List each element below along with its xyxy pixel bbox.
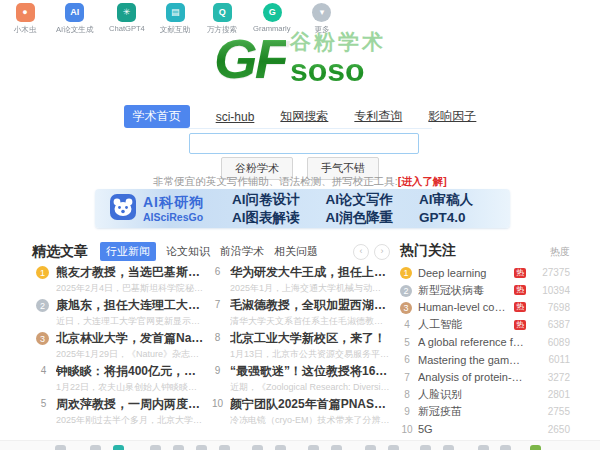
promo-link[interactable]: [进入了解]	[398, 175, 447, 187]
hot-item-title: Deep learning	[418, 267, 510, 279]
hot-item[interactable]: 3Human-level control through de...热7698	[400, 299, 570, 316]
footer-icon-stub	[365, 445, 376, 450]
hot-item-title: 人脸识别	[418, 387, 526, 402]
article-summary: 1月13日，北京市公共资源交易服务平台发布《北京工业...	[230, 348, 390, 361]
hot-item[interactable]: 1Deep learning热27375	[400, 264, 570, 281]
footer-icon-stub	[90, 445, 101, 450]
footer-icon-stub	[219, 445, 230, 450]
banner-feature-label: GPT4.0	[419, 209, 473, 227]
hot-badge: 热	[514, 302, 526, 312]
nav-tab-3[interactable]: 知网搜索	[280, 105, 328, 128]
hot-count: 6011	[532, 354, 570, 365]
article-title: 钟睒睒：将捐400亿元，创办一所...	[56, 364, 204, 378]
article-body: 周欢萍教授，一周内两度发Science2025年刚过去半个多月，北京大学周欢萍教…	[56, 397, 204, 427]
article-item[interactable]: 7毛淑德教授，全职加盟西湖大学！清华大学天文系首任系主任毛淑德教授，已于2025…	[210, 298, 390, 331]
articles-header: 精选文章 行业新闻论文知识前沿学术相关问题 ‹ ›	[32, 242, 390, 261]
search-input[interactable]	[189, 133, 419, 154]
footer-icon-stub	[252, 445, 263, 450]
footer-icon-stub	[331, 445, 342, 450]
hot-title: 热门关注	[400, 242, 456, 260]
article-item[interactable]: 10颜宁团队2025年首篇PNAS：开启...冷冻电镜（cryo-EM）技术带来…	[210, 397, 390, 430]
promo-line: 非常便宜的英文写作辅助、语法检测、拼写校正工具:[进入了解]	[0, 175, 600, 189]
article-title: 毛淑德教授，全职加盟西湖大学！	[230, 298, 390, 312]
hot-item-title: 新型冠状病毒	[418, 283, 510, 298]
banner-feature-label: AI润色降重	[326, 209, 394, 227]
article-body: 北京林业大学，发首篇Nature2025年1月29日，《Nature》杂志在线发…	[56, 331, 204, 361]
articles-tab-2[interactable]: 论文知识	[166, 244, 210, 259]
article-item[interactable]: 3北京林业大学，发首篇Nature2025年1月29日，《Nature》杂志在线…	[36, 331, 204, 364]
hot-item[interactable]: 2新型冠状病毒热10394	[400, 281, 570, 298]
article-body: “最强歌迷”！这位教授将16个新种...近期，《Zoological Resea…	[230, 364, 390, 394]
article-rank: 4	[36, 365, 51, 376]
article-summary: 2025年刚过去半个多月，北京大学周欢萍教授已经连续...	[56, 414, 204, 427]
hot-header: 热门关注 热度	[400, 242, 570, 260]
footer-icon-stub	[308, 445, 319, 450]
hot-item[interactable]: 9新冠疫苗2755	[400, 403, 570, 420]
hot-count: 6089	[532, 337, 570, 348]
hot-item-title: 新冠疫苗	[418, 404, 526, 419]
hot-badge: 热	[514, 268, 526, 278]
banner-brand-name-en: AISciResGo	[143, 211, 204, 223]
hot-item[interactable]: 5A global reference for human g...6089	[400, 334, 570, 351]
hot-item-title: Human-level control through de...	[418, 301, 510, 313]
article-body: 钟睒睒：将捐400亿元，创办一所...1月22日，农夫山泉创始人钟睒睒在农夫山泉…	[56, 364, 204, 394]
article-summary: 冷冻电镜（cryo-EM）技术带来了分辨率革命，让我们能...	[230, 414, 390, 427]
hot-rank: 4	[400, 319, 414, 330]
banner-feature-label: AI图表解读	[232, 209, 300, 227]
hot-rank: 3	[400, 302, 412, 314]
hot-item-title: A global reference for human g...	[418, 336, 526, 348]
hot-count: 2801	[532, 389, 570, 400]
article-item[interactable]: 6华为研发大牛王成，担任上海交通...2025年1月，上海交通大学机械与动力工程…	[210, 265, 390, 298]
hot-item-title: Mastering the game of Go with ...	[418, 354, 526, 366]
nav-tab-1[interactable]: 学术首页	[124, 105, 190, 128]
articles-tab-4[interactable]: 相关问题	[274, 244, 318, 259]
next-page-button[interactable]: ›	[374, 244, 390, 260]
article-summary: 2025年1月，上海交通大学机械与动力工程学院官网公布...	[230, 282, 390, 295]
hot-rank: 1	[400, 267, 412, 279]
chatgpt-icon: ✳	[117, 3, 136, 22]
logo-soso-text: soso	[290, 56, 365, 85]
dog-icon	[109, 193, 137, 225]
banner-feature-column: AI问卷设计AI图表解读	[232, 191, 300, 226]
nav-tabs: 学术首页sci-hub知网搜索专利查询影响因子	[0, 105, 600, 128]
banner-feature-column: AI论文写作AI润色降重	[326, 191, 394, 226]
footer-icon-stub	[150, 445, 161, 450]
article-body: 颜宁团队2025年首篇PNAS：开启...冷冻电镜（cryo-EM）技术带来了分…	[230, 397, 390, 427]
more-icon: ▾	[312, 3, 331, 22]
article-item[interactable]: 5周欢萍教授，一周内两度发Science2025年刚过去半个多月，北京大学周欢萍…	[36, 397, 204, 430]
articles-tab-3[interactable]: 前沿学术	[220, 244, 264, 259]
hot-item[interactable]: 105G2650	[400, 421, 570, 438]
footer-icon-stub	[478, 445, 489, 450]
footer-icon-stub	[420, 445, 431, 450]
hot-item[interactable]: 7Analysis of protein-coding gene...3272	[400, 368, 570, 385]
article-title: 北京林业大学，发首篇Nature	[56, 331, 204, 345]
hot-rank: 7	[400, 372, 414, 383]
hot-item[interactable]: 8人脸识别2801	[400, 386, 570, 403]
hot-count: 27375	[532, 267, 570, 278]
article-item[interactable]: 4钟睒睒：将捐400亿元，创办一所...1月22日，农夫山泉创始人钟睒睒在农夫山…	[36, 364, 204, 397]
hot-badge: 热	[514, 320, 526, 330]
bug-icon: ●	[16, 3, 35, 22]
article-item[interactable]: 8北京工业大学新校区，来了！1月13日，北京市公共资源交易服务平台发布《北京工业…	[210, 331, 390, 364]
banner-feature-column: AI审稿人GPT4.0	[419, 191, 473, 226]
ad-banner[interactable]: AI科研狗 AISciResGo AI问卷设计AI图表解读AI论文写作AI润色降…	[95, 189, 510, 228]
nav-divider	[170, 128, 432, 129]
banner-feature-label: AI论文写作	[326, 191, 394, 209]
article-title: 颜宁团队2025年首篇PNAS：开启...	[230, 397, 390, 411]
article-item[interactable]: 9“最强歌迷”！这位教授将16个新种...近期，《Zoological Rese…	[210, 364, 390, 397]
nav-tab-2[interactable]: sci-hub	[216, 107, 255, 127]
article-item[interactable]: 2康旭东，担任大连理工大学副校长近日，大连理工大学官网更新显示，此前担任大连理工…	[36, 298, 204, 331]
hot-item[interactable]: 4人工智能热6387	[400, 316, 570, 333]
articles-tab-1[interactable]: 行业新闻	[100, 242, 156, 261]
article-body: 熊友才教授，当选巴基斯坦科学院...2025年2月4日，巴基斯坦科学院秘书长M.…	[56, 265, 204, 295]
nav-tab-5[interactable]: 影响因子	[428, 105, 476, 128]
logo-gf-text: GF	[214, 32, 286, 85]
article-item[interactable]: 1熊友才教授，当选巴基斯坦科学院...2025年2月4日，巴基斯坦科学院秘书长M…	[36, 265, 204, 298]
hot-rank: 5	[400, 337, 414, 348]
hot-count: 3272	[532, 372, 570, 383]
hot-count: 7698	[532, 302, 570, 313]
nav-tab-4[interactable]: 专利查询	[354, 105, 402, 128]
prev-page-button[interactable]: ‹	[353, 244, 369, 260]
hot-item[interactable]: 6Mastering the game of Go with ...6011	[400, 351, 570, 368]
article-body: 毛淑德教授，全职加盟西湖大学！清华大学天文系首任系主任毛淑德教授，已于2025年…	[230, 298, 390, 328]
